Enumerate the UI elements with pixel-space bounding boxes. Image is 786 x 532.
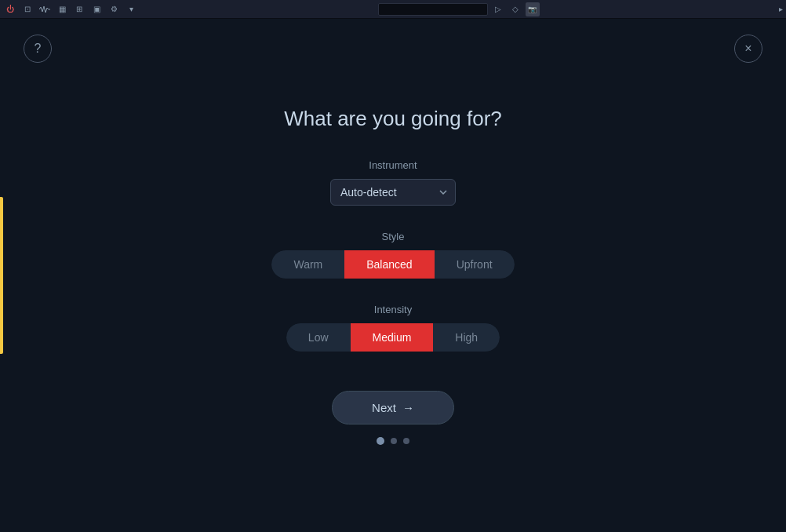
style-balanced-button[interactable]: Balanced [344,250,434,279]
intensity-medium-button[interactable]: Medium [351,323,434,352]
close-label: × [744,42,751,56]
pagination-dots [377,437,409,445]
toolbar: ⏻ ⊡ ▦ ⊞ ▣ ⚙ ▾ ▷ ◇ 📷 ▸ [0,0,786,19]
instrument-label: Instrument [369,159,417,171]
toolbar-center: ▷ ◇ 📷 [141,2,776,16]
crop-icon[interactable]: ⊡ [20,2,35,16]
chevron-down-icon[interactable]: ▾ [124,2,138,16]
grid-icon[interactable]: ⊞ [72,2,86,16]
style-btn-group: Warm Balanced Upfront [271,250,514,279]
pagination-dot-2 [391,438,397,444]
waveform-icon[interactable] [38,2,52,16]
camera-icon[interactable]: 📷 [526,2,540,16]
toolbar-display [378,3,488,16]
next-arrow-icon: → [402,401,414,414]
page-title: What are you going for? [284,107,502,131]
diamond-icon[interactable]: ◇ [508,2,522,16]
close-button[interactable]: × [734,35,762,63]
square-icon[interactable]: ▣ [89,2,104,16]
next-button[interactable]: Next → [332,391,454,425]
power-icon[interactable]: ⏻ [3,2,17,16]
triangle-icon[interactable]: ▷ [491,2,505,16]
intensity-low-button[interactable]: Low [286,323,351,352]
instrument-section: Instrument Auto-detect Guitar Piano Voca… [197,159,589,206]
style-warm-button[interactable]: Warm [271,250,344,279]
wizard-card: What are you going for? Instrument Auto-… [197,107,589,445]
pagination-dot-1 [377,437,384,445]
style-label: Style [382,231,405,242]
intensity-high-button[interactable]: High [433,323,500,352]
intensity-label: Intensity [374,304,412,315]
style-upfront-button[interactable]: Upfront [435,250,515,279]
bars-icon[interactable]: ▦ [55,2,69,16]
level-indicator [0,197,3,354]
help-label: ? [35,42,42,56]
help-button[interactable]: ? [24,35,52,63]
next-label: Next [372,401,396,414]
settings-icon[interactable]: ⚙ [107,2,121,16]
style-section: Style Warm Balanced Upfront [197,231,589,279]
intensity-section: Intensity Low Medium High [197,304,589,352]
toolbar-right-icon[interactable]: ▸ [779,5,783,13]
instrument-dropdown[interactable]: Auto-detect Guitar Piano Vocals Bass Dru… [330,179,456,206]
pagination-dot-3 [403,438,409,444]
intensity-btn-group: Low Medium High [286,323,500,352]
main-content: ? × What are you going for? Instrument A… [0,19,786,532]
